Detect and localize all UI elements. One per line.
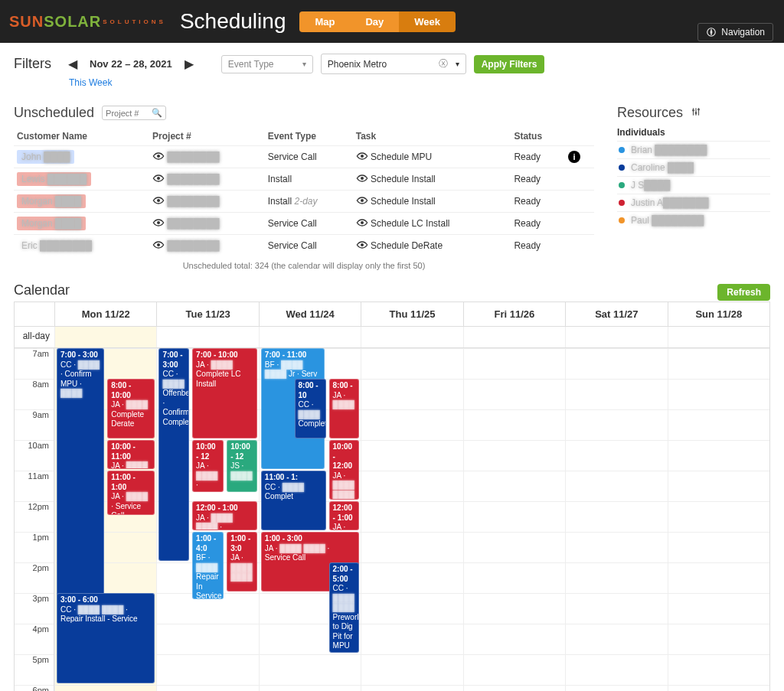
chevron-down-icon: ▾ <box>302 60 306 68</box>
apply-filters-button[interactable]: Apply Filters <box>474 55 545 73</box>
calendar-title: Calendar <box>14 282 70 298</box>
event-time: 11:00 - 1: <box>265 473 322 483</box>
eye-icon[interactable] <box>152 174 165 181</box>
calendar-event[interactable]: 1:00 - 3:0JA · ████ ████ <box>227 532 257 592</box>
eye-icon[interactable] <box>152 240 165 248</box>
calendar-day-column[interactable]: 7:00 - 11:00BF · ████ ████ Jr · Serv 8:0… <box>259 348 361 691</box>
eye-icon[interactable] <box>152 218 165 226</box>
event-line: Prework to Dig Pit for MPU <box>333 613 360 650</box>
event-line: Complet <box>265 492 293 500</box>
event-time: 12:00 - 1:00 <box>196 504 253 513</box>
unsched-row[interactable]: John ████ ████████Service Call Schedule … <box>14 146 594 168</box>
unsched-row[interactable]: Lewis ██████ ████████Install Schedule In… <box>14 168 594 191</box>
resource-item[interactable]: J S████ <box>617 176 770 194</box>
tab-day[interactable]: Day <box>350 11 399 32</box>
tab-week[interactable]: Week <box>399 11 456 32</box>
refresh-button[interactable]: Refresh <box>717 284 770 301</box>
project-number: ████████ <box>167 196 219 207</box>
calendar-event[interactable]: 8:00 - 10:00JA · ████ Complete Derate <box>107 379 155 438</box>
event-line: JA · ████ <box>196 461 217 480</box>
eye-icon[interactable] <box>356 240 368 248</box>
calendar-event[interactable]: 10:00 - 12JS · ████ <box>227 440 257 492</box>
hour-label: 7am <box>15 348 54 379</box>
calendar-day-column[interactable] <box>565 348 667 691</box>
resource-name: Caroline ████ <box>631 162 694 173</box>
hour-label: 12pm <box>15 501 54 532</box>
calendar-event[interactable]: 10:00 - 11:00JA · ████ <box>107 440 155 469</box>
customer-name: John ████ <box>17 150 74 164</box>
unsched-row[interactable]: Eric ████████ ████████Service Call Sched… <box>14 235 594 257</box>
calendar-day-header: Sun 11/28 <box>668 302 769 326</box>
calendar-day-column[interactable]: 7:00 - 3:00CC · ████ Offenberg · Confirm… <box>156 348 258 691</box>
project-search[interactable]: 🔍 <box>102 106 166 120</box>
svg-point-3 <box>157 177 160 180</box>
calendar-event[interactable]: 10:00 - 12:00JA · ████ ████ · Service Ca… <box>329 440 360 500</box>
calendar-event[interactable]: 8:00 - 10CC · ████ Complet <box>295 379 326 438</box>
project-search-input[interactable] <box>106 109 152 118</box>
resource-color-dot <box>619 217 625 223</box>
calendar-day-header: Wed 11/24 <box>259 302 361 326</box>
resource-color-dot <box>619 182 625 188</box>
event-time: 7:00 - 11:00 <box>265 350 321 360</box>
event-line: Confirm <box>162 408 189 416</box>
calendar-event[interactable]: 3:00 - 6:00CC · ████ ████ · Repair Insta… <box>57 593 155 683</box>
calendar-event[interactable]: 12:00 - 1:00JA · ████ <box>329 501 360 530</box>
event-type-select[interactable]: Event Type ▾ <box>221 55 313 73</box>
calendar-day-column[interactable] <box>668 348 769 691</box>
allday-label: all-day <box>15 327 54 347</box>
eye-icon[interactable] <box>356 218 368 226</box>
calendar-event[interactable]: 10:00 - 12JA · ████ · Complete Derate <box>192 440 224 492</box>
customer-name: Morgan ████ <box>17 194 86 208</box>
status: Ready <box>511 213 565 235</box>
date-range: Nov 22 – 28, 2021 <box>90 58 172 70</box>
event-time: 10:00 - 11:00 <box>111 442 151 461</box>
calendar-event[interactable]: 1:00 - 4:0BF · ████ Repair In Service <box>192 532 224 599</box>
calendar-event[interactable]: 7:00 - 10:00JA · ████ Complete LC Instal… <box>192 348 257 438</box>
eye-icon[interactable] <box>356 174 368 181</box>
calendar-event[interactable]: 12:00 - 1:00JA · ████ ████ · <box>192 501 257 530</box>
clear-location-icon[interactable]: ⓧ <box>439 57 448 70</box>
resource-item[interactable]: Brian ████████ <box>617 141 770 158</box>
event-line: CC · ████ <box>333 584 354 602</box>
unsched-row[interactable]: Morgan ████ ████████Service Call Schedul… <box>14 213 594 235</box>
resources-filter-icon[interactable] <box>691 105 701 121</box>
location-select[interactable]: Phoenix Metro ⓧ ▾ <box>321 54 466 74</box>
logo-part-solar: SOLAR <box>44 13 101 31</box>
resource-color-dot <box>619 165 625 171</box>
navigation-button[interactable]: Navigation <box>697 23 773 41</box>
info-icon[interactable]: i <box>568 151 580 163</box>
eye-icon[interactable] <box>356 152 368 159</box>
calendar-event[interactable]: 11:00 - 1:00JA · ████ · Service Call <box>107 471 155 515</box>
calendar-event[interactable]: 8:00 -JA · ████ <box>329 379 360 438</box>
svg-point-13 <box>697 109 699 110</box>
tab-map[interactable]: Map <box>299 11 350 32</box>
resources-panel: Resources Individuals Brian ████████Caro… <box>617 105 770 270</box>
calendar-event[interactable]: 7:00 - 3:00CC · ████ Offenberg · Confirm… <box>158 348 189 561</box>
top-bar: SUN SOLAR SOLUTIONS Scheduling Map Day W… <box>0 0 784 43</box>
search-icon[interactable]: 🔍 <box>152 108 162 118</box>
hour-label: 4pm <box>15 624 54 654</box>
this-week-link[interactable]: This Week <box>69 77 770 88</box>
calendar-event[interactable]: 2:00 - 5:00CC · ████ ████ Prework to Dig… <box>329 562 360 653</box>
task-name: Schedule MPU <box>371 152 432 162</box>
prev-week-arrow[interactable]: ◀ <box>64 57 82 71</box>
calendar-day-column[interactable] <box>463 348 565 691</box>
hour-label: 2pm <box>15 562 54 593</box>
resource-item[interactable]: Justin A███████ <box>617 194 770 211</box>
resource-item[interactable]: Caroline ████ <box>617 158 770 176</box>
eye-icon[interactable] <box>152 152 165 159</box>
eye-icon[interactable] <box>356 196 368 204</box>
event-line: JA · <box>333 391 346 399</box>
eye-icon[interactable] <box>152 196 165 204</box>
logo: SUN SOLAR SOLUTIONS <box>9 13 166 31</box>
event-time: 2:00 - 5:00 <box>333 565 356 584</box>
calendar-event[interactable]: 11:00 - 1:CC · ████ Complet <box>261 471 326 530</box>
unsched-row[interactable]: Morgan ████ ████████Install 2-day Schedu… <box>14 191 594 213</box>
calendar-day-column[interactable]: 7:00 - 3:00CC · ████ · Confirm MPU · ███… <box>54 348 156 691</box>
resource-color-dot <box>619 147 625 153</box>
resource-item[interactable]: Paul ████████ <box>617 211 770 229</box>
event-line: ████ <box>333 603 354 611</box>
calendar-day-column[interactable] <box>361 348 462 691</box>
next-week-arrow[interactable]: ▶ <box>180 57 198 71</box>
location-value: Phoenix Metro <box>328 59 387 70</box>
